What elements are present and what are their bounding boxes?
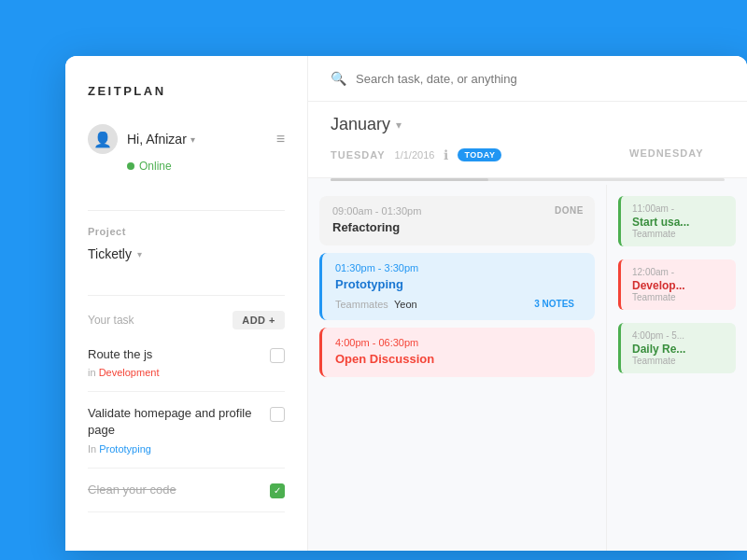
avatar-icon: 👤 xyxy=(93,131,112,148)
scroll-thumb xyxy=(331,178,488,181)
task-title: Route the js xyxy=(88,346,262,363)
status-text: Online xyxy=(139,160,172,173)
tuesday-header: TUESDAY 1/1/2016 ℹ TODAY xyxy=(331,147,629,177)
add-task-button[interactable]: ADD + xyxy=(233,311,285,329)
search-icon: 🔍 xyxy=(331,71,346,86)
search-bar: 🔍 xyxy=(308,56,747,102)
app-logo: ZEITPLAN xyxy=(88,84,285,98)
divider xyxy=(88,210,285,211)
event-title: Start usa... xyxy=(632,216,725,229)
calendar-header: January ▾ TUESDAY 1/1/2016 ℹ TODAY WEDN xyxy=(308,102,747,178)
avatar: 👤 xyxy=(88,124,118,154)
month-chevron-icon: ▾ xyxy=(396,119,402,132)
event-card[interactable]: 4:00pm - 06:30pm Open Discussion xyxy=(319,328,595,377)
divider2 xyxy=(88,295,285,296)
event-card[interactable]: 12:00am - Develop... Teammate xyxy=(618,259,736,310)
event-card[interactable]: 4:00pm - 5... Daily Re... Teammate xyxy=(618,323,736,373)
tuesday-date: 1/1/2016 xyxy=(395,149,435,161)
list-item: Clean your code ✓ xyxy=(88,482,285,512)
event-card[interactable]: 11:00am - Start usa... Teammate xyxy=(618,196,736,246)
project-selector[interactable]: Ticketly ▾ xyxy=(88,246,285,261)
event-sub: Teammate xyxy=(632,292,725,302)
event-time: 4:00pm - 06:30pm xyxy=(335,337,582,348)
teammate-name: Yeon xyxy=(394,299,417,310)
event-time: 12:00am - xyxy=(632,267,725,277)
event-title: Refactoring xyxy=(332,220,582,234)
sidebar: ZEITPLAN 👤 Hi, Afnizar ▾ ≡ Online Projec… xyxy=(65,56,308,551)
calendar-body: 09:00am - 01:30pm Refactoring DONE 01:30… xyxy=(308,185,747,551)
event-card[interactable]: 09:00am - 01:30pm Refactoring DONE xyxy=(319,196,595,245)
project-label: Project xyxy=(88,226,285,237)
project-chevron-icon: ▾ xyxy=(137,249,142,259)
event-title: Prototyping xyxy=(335,277,582,291)
day-columns-header: TUESDAY 1/1/2016 ℹ TODAY WEDNESDAY xyxy=(331,147,725,177)
today-badge: TODAY xyxy=(458,148,501,161)
event-title: Develop... xyxy=(632,279,725,292)
user-name[interactable]: Hi, Afnizar ▾ xyxy=(127,132,195,147)
event-card[interactable]: 01:30pm - 3:30pm Prototyping Teammates Y… xyxy=(319,253,595,320)
wednesday-label: WEDNESDAY xyxy=(629,147,704,159)
event-time: 11:00am - xyxy=(632,203,725,214)
wednesday-header: WEDNESDAY xyxy=(629,147,747,177)
status-section: Online xyxy=(88,160,285,173)
event-time: 09:00am - 01:30pm xyxy=(332,205,582,217)
task-label: Your task xyxy=(88,314,134,327)
user-section: 👤 Hi, Afnizar ▾ ≡ xyxy=(88,124,285,154)
event-sub: Teammate xyxy=(632,356,725,366)
user-chevron-icon: ▾ xyxy=(190,134,195,145)
task-category: Prototyping xyxy=(99,443,151,455)
event-time: 01:30pm - 3:30pm xyxy=(335,262,582,273)
main-content: 🔍 January ▾ TUESDAY 1/1/2016 ℹ TODAY xyxy=(308,56,747,551)
event-time: 4:00pm - 5... xyxy=(632,330,725,341)
event-sub: Teammate xyxy=(632,229,725,239)
info-icon[interactable]: ℹ xyxy=(444,147,448,162)
app-container: ZEITPLAN 👤 Hi, Afnizar ▾ ≡ Online Projec… xyxy=(65,56,747,551)
status-dot-icon xyxy=(127,162,134,170)
task-category: Development xyxy=(99,367,160,378)
menu-icon[interactable]: ≡ xyxy=(276,131,285,147)
event-title: Daily Re... xyxy=(632,343,725,356)
event-teammates: Teammates Yeon xyxy=(335,299,417,310)
task-checkbox[interactable] xyxy=(270,407,285,422)
wednesday-events: 11:00am - Start usa... Teammate 12:00am … xyxy=(607,185,747,551)
tuesday-events: 09:00am - 01:30pm Refactoring DONE 01:30… xyxy=(308,185,607,551)
task-checkbox[interactable] xyxy=(270,348,285,363)
month-selector[interactable]: January ▾ xyxy=(331,115,725,134)
event-done-badge: DONE xyxy=(555,205,584,216)
task-checkbox-checked[interactable]: ✓ xyxy=(270,483,285,498)
task-title-completed: Clean your code xyxy=(88,482,262,498)
tuesday-label: TUESDAY xyxy=(331,149,386,161)
scroll-track xyxy=(331,178,725,181)
task-header: Your task ADD + xyxy=(88,311,285,329)
notes-badge: 3 NOTES xyxy=(527,297,582,311)
list-item: Route the js in Development xyxy=(88,346,285,392)
search-input[interactable] xyxy=(356,72,725,86)
month-label: January xyxy=(331,115,390,134)
task-title: Validate homepage and profile page xyxy=(88,405,262,439)
list-item: Validate homepage and profile page In Pr… xyxy=(88,405,285,468)
event-title: Open Discussion xyxy=(335,352,582,366)
